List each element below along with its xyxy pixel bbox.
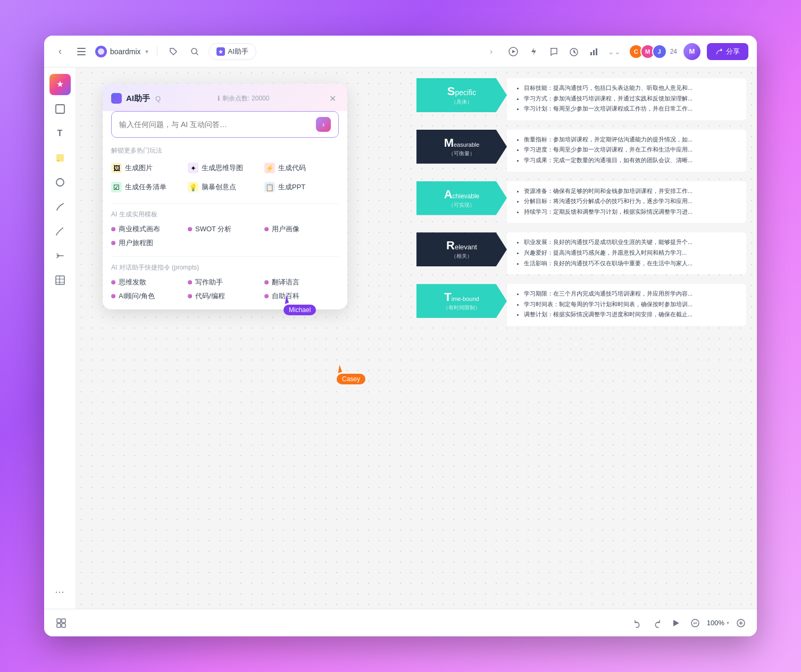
ai-search-input[interactable]: [119, 120, 316, 129]
generate-tasks-icon: ☑: [111, 182, 122, 192]
zoom-dropdown-icon[interactable]: ▾: [727, 620, 729, 626]
smart-letter-s: S: [447, 85, 455, 98]
share-label: 分享: [726, 47, 740, 56]
feature-generate-code-label: 生成代码: [278, 163, 306, 173]
template-dot-2: [188, 227, 192, 231]
prompt-dot-4: [111, 294, 115, 298]
shape-tool[interactable]: [49, 172, 71, 193]
chart-icon[interactable]: [586, 44, 602, 60]
feature-generate-ppt[interactable]: 📋 生成PPT: [264, 180, 339, 195]
svg-rect-2: [77, 54, 86, 55]
footer: 100% ▾: [44, 609, 757, 636]
avatar-3: J: [652, 44, 667, 59]
share-button[interactable]: 分享: [707, 43, 748, 60]
table-tool[interactable]: [49, 270, 71, 291]
grid-settings-icon[interactable]: [53, 615, 70, 632]
brand-icon: [95, 46, 107, 57]
menu-button[interactable]: [74, 44, 89, 59]
connector-tool[interactable]: [49, 245, 71, 266]
smart-item: 学习期限：在三个月内完成沟通技巧培训课程，并应用所学内容...: [524, 289, 738, 299]
zoom-level-display[interactable]: 100% ▾: [707, 619, 729, 627]
prompt-writing[interactable]: 写作助手: [188, 278, 262, 287]
search-button[interactable]: [187, 44, 202, 59]
brand-logo[interactable]: boardmix ▾: [95, 46, 148, 57]
svg-marker-19: [673, 620, 679, 626]
smart-row-t: T ime-bound （有时间限制） 学习期限：在三个月内完成沟通技巧培训课程…: [416, 284, 746, 326]
generate-mindmap-icon: ✦: [188, 163, 198, 173]
zoom-in-button[interactable]: [733, 616, 748, 631]
smart-content-s: 目标技能：提高沟通技巧，包括口头表达能力、听取他人意见和... 学习方式：参加沟…: [507, 78, 746, 120]
svg-rect-14: [56, 276, 64, 284]
generate-image-icon: 🖼: [111, 163, 122, 173]
pen-tool[interactable]: [49, 196, 71, 217]
text-tool[interactable]: T: [49, 123, 71, 144]
smart-content-t: 学习期限：在三个月内完成沟通技巧培训课程，并应用所学内容... 学习时间表：制定…: [507, 284, 746, 326]
comment-icon[interactable]: [546, 44, 562, 60]
play-icon[interactable]: [505, 44, 521, 60]
svg-point-3: [98, 48, 104, 55]
prompt-coding[interactable]: 代码/编程: [188, 291, 262, 301]
cursor-label-michael: Michael: [283, 305, 316, 315]
prompt-writing-label: 写作助手: [195, 278, 223, 287]
feature-generate-ppt-label: 生成PPT: [278, 182, 305, 192]
brand-dropdown-icon[interactable]: ▾: [145, 48, 148, 55]
cursor-arrow-casey: [336, 365, 342, 373]
current-user-avatar[interactable]: M: [683, 43, 700, 60]
header-left: ‹ boardmix ▾: [53, 43, 256, 60]
template-business-canvas[interactable]: 商业模式画布: [111, 224, 186, 234]
ai-panel-close-button[interactable]: ✕: [326, 92, 339, 105]
play-button[interactable]: [669, 616, 683, 631]
prompt-consultant[interactable]: AI顾问/角色: [111, 291, 186, 301]
header-divider: [157, 46, 157, 57]
cursor-casey: Casey: [337, 365, 365, 384]
undo-button[interactable]: [630, 616, 645, 631]
redo-button[interactable]: [649, 616, 664, 631]
frame-tool[interactable]: [49, 98, 71, 120]
smart-label-a: A chievable （可实现）: [416, 181, 507, 215]
credits-icon: ℹ: [218, 95, 220, 102]
smart-word-r: elevant: [455, 243, 477, 251]
prompt-divergent-label: 思维发散: [119, 278, 146, 287]
ai-templates-grid: 商业模式画布 SWOT 分析 用户画像 用户旅程图: [111, 224, 339, 248]
smart-row-m: M easurable （可衡量） 衡量指标：参加培训课程，并定期评估沟通能力的…: [416, 130, 746, 172]
ai-send-button[interactable]: ›: [316, 117, 331, 132]
ai-search-box[interactable]: ›: [111, 111, 339, 138]
expand-button[interactable]: ›: [484, 44, 499, 59]
feature-generate-code[interactable]: ⚡ 生成代码: [264, 161, 339, 175]
brush-tool[interactable]: [49, 221, 71, 242]
feature-brainstorm[interactable]: 💡 脑暴创意点: [188, 180, 262, 195]
canvas-area[interactable]: AI助手 Q ℹ 剩余点数: 20000 ✕ › 解锁更多热门玩法: [76, 68, 757, 609]
sticky-tool[interactable]: [49, 147, 71, 169]
feature-generate-tasks[interactable]: ☑ 生成任务清单: [111, 180, 186, 195]
prompt-translate[interactable]: 翻译语言: [264, 278, 339, 287]
template-user-journey[interactable]: 用户旅程图: [111, 238, 186, 248]
smart-word-a: chievable: [453, 192, 480, 200]
template-user-persona[interactable]: 用户画像: [264, 224, 339, 234]
svg-rect-10: [596, 48, 597, 55]
prompt-divergent[interactable]: 思维发散: [111, 278, 186, 287]
tag-button[interactable]: [166, 44, 181, 59]
smart-item: 学习进度：每周至少参加一次培训课程，并在工作和生活中应用...: [524, 145, 738, 155]
smart-item: 兴趣爱好：提高沟通技巧感兴趣，并愿意投入时间和精力学习...: [524, 248, 738, 258]
ai-assistant-button[interactable]: AI助手: [208, 43, 256, 60]
credits-label: 剩余点数:: [222, 94, 249, 103]
feature-generate-mindmap[interactable]: ✦ 生成思维导图: [188, 161, 262, 175]
credits-value: 20000: [252, 95, 269, 102]
more-tools-icon[interactable]: ⌄⌄: [606, 44, 622, 60]
svg-point-13: [56, 179, 64, 186]
timer-icon[interactable]: [566, 44, 582, 60]
lightning-icon[interactable]: [525, 44, 541, 60]
smart-content-a: 资源准备：确保有足够的时间和金钱参加培训课程，并安排工作... 分解目标：将沟通…: [507, 181, 746, 223]
zoom-out-button[interactable]: [688, 616, 703, 631]
ai-panel: AI助手 Q ℹ 剩余点数: 20000 ✕ › 解锁更多热门玩法: [103, 83, 347, 309]
brainstorm-icon: 💡: [188, 182, 198, 192]
template-swot[interactable]: SWOT 分析: [188, 224, 262, 234]
generate-code-icon: ⚡: [264, 163, 275, 173]
back-button[interactable]: ‹: [53, 44, 68, 59]
main-area: T ···: [44, 68, 757, 609]
ai-tool[interactable]: [49, 74, 71, 95]
smart-row-r: R elevant （相关） 职业发展：良好的沟通技巧是成功职业生涯的关键，能够…: [416, 232, 746, 274]
feature-generate-image[interactable]: 🖼 生成图片: [111, 161, 186, 175]
template-business-canvas-label: 商业模式画布: [119, 224, 160, 234]
more-tools-btn[interactable]: ···: [49, 581, 71, 602]
